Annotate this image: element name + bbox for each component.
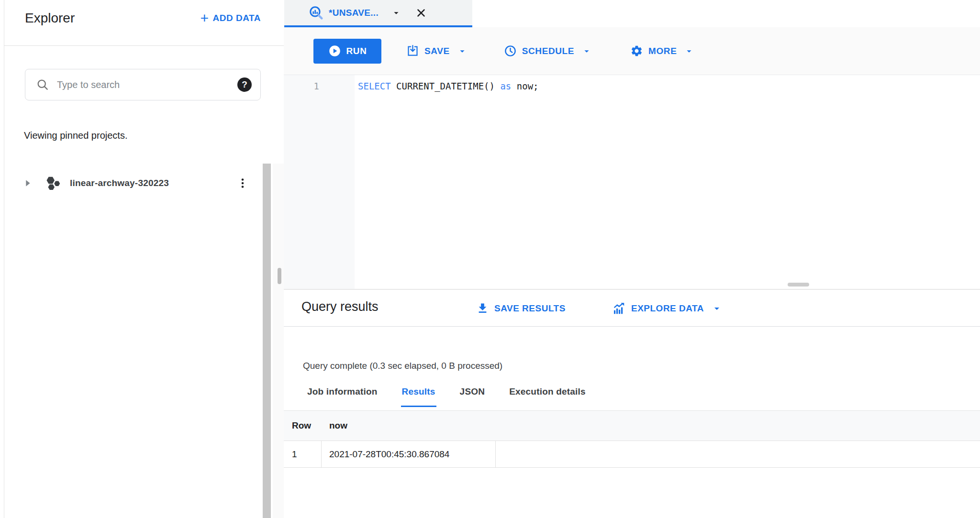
explore-data-label: EXPLORE DATA: [631, 303, 704, 314]
table-row: 1 2021-07-28T00:45:30.867084: [284, 441, 980, 468]
explore-caret-icon: [711, 303, 723, 314]
panel-resize-handle[interactable]: [788, 283, 809, 287]
bigquery-console: Explorer + ADD DATA ? Viewing pinned pro…: [0, 0, 980, 518]
query-results-header: Query results SAVE RESULTS: [284, 290, 980, 327]
sql-keyword-as: as: [500, 81, 511, 91]
query-results-panel: Query results SAVE RESULTS: [284, 290, 980, 518]
explorer-header: Explorer + ADD DATA: [4, 0, 284, 46]
column-header-row: Row: [284, 420, 322, 431]
tab-job-information[interactable]: Job information: [306, 384, 379, 407]
left-edge-divider: [4, 0, 4, 518]
query-status: Query complete (0.3 sec elapsed, 0 B pro…: [303, 361, 502, 371]
expand-arrow-icon[interactable]: [22, 178, 33, 188]
sql-code-line: SELECT CURRENT_DATETIME() as now;: [358, 81, 539, 91]
line-number: 1: [314, 81, 319, 91]
query-results-title: Query results: [301, 299, 379, 314]
search-box: ?: [25, 69, 261, 100]
editor-panel: *UNSAVE... RUN: [284, 0, 980, 518]
editor-tabstrip: *UNSAVE...: [284, 0, 980, 27]
run-button[interactable]: RUN: [313, 39, 381, 64]
plus-icon: +: [200, 9, 209, 28]
query-tab-icon: [308, 5, 324, 21]
explorer-panel: Explorer + ADD DATA ? Viewing pinned pro…: [0, 0, 284, 518]
play-icon: [328, 44, 341, 57]
more-label: MORE: [648, 46, 677, 56]
sql-function: CURRENT_DATETIME(): [391, 81, 501, 91]
close-tab-icon[interactable]: [415, 7, 427, 19]
results-tab-bar: Job information Results JSON Execution d…: [306, 384, 587, 407]
column-header-now: now: [322, 420, 496, 431]
schedule-button[interactable]: SCHEDULE: [504, 44, 592, 57]
tab-caret-icon[interactable]: [391, 8, 401, 18]
results-table: Row now 1 2021-07-28T00:45:30.867084: [284, 410, 980, 468]
sql-keyword: SELECT: [358, 81, 391, 91]
sidebar-scrollbar-track[interactable]: [273, 164, 284, 518]
save-results-button[interactable]: SAVE RESULTS: [476, 290, 566, 327]
explorer-title: Explorer: [25, 8, 75, 29]
search-icon: [36, 78, 49, 91]
more-button[interactable]: MORE: [630, 44, 694, 57]
add-data-label: ADD DATA: [213, 8, 261, 29]
cell-now-value: 2021-07-28T00:45:30.867084: [322, 441, 496, 467]
explore-data-button[interactable]: EXPLORE DATA: [612, 290, 723, 327]
project-icon: [45, 175, 62, 192]
save-button[interactable]: SAVE: [406, 44, 468, 57]
query-tab-label: *UNSAVE...: [329, 8, 379, 18]
save-caret-icon: [457, 46, 468, 56]
chart-icon: [612, 301, 626, 316]
save-icon: [406, 44, 419, 57]
viewing-pinned-note: Viewing pinned projects.: [24, 130, 127, 141]
search-input[interactable]: [57, 79, 237, 90]
download-icon: [476, 302, 489, 315]
tab-json[interactable]: JSON: [459, 384, 486, 407]
tab-results[interactable]: Results: [401, 384, 436, 407]
run-label: RUN: [346, 46, 367, 56]
sql-editor[interactable]: 1 SELECT CURRENT_DATETIME() as now;: [284, 75, 980, 289]
project-row[interactable]: linear-archway-320223: [0, 168, 250, 198]
gear-icon: [630, 44, 643, 57]
add-data-button[interactable]: + ADD DATA: [200, 8, 261, 29]
schedule-label: SCHEDULE: [522, 46, 574, 56]
project-menu-button[interactable]: [236, 168, 249, 198]
cell-row-number: 1: [284, 441, 322, 467]
more-caret-icon: [684, 46, 694, 56]
editor-gutter: 1: [284, 75, 355, 289]
inner-scrollbar-thumb[interactable]: [278, 268, 281, 284]
query-tab[interactable]: *UNSAVE...: [284, 0, 472, 27]
tab-execution-details[interactable]: Execution details: [508, 384, 587, 407]
save-results-label: SAVE RESULTS: [494, 303, 566, 314]
project-name: linear-archway-320223: [70, 178, 169, 188]
schedule-caret-icon: [581, 46, 592, 56]
sidebar-scrollbar-thumb[interactable]: [263, 164, 271, 518]
clock-icon: [504, 44, 517, 57]
save-label: SAVE: [424, 46, 450, 56]
table-header-row: Row now: [284, 410, 980, 441]
query-toolbar: RUN SAVE SCHEDULE: [284, 27, 980, 75]
sql-alias: now;: [511, 81, 538, 91]
help-icon[interactable]: ?: [237, 77, 252, 92]
